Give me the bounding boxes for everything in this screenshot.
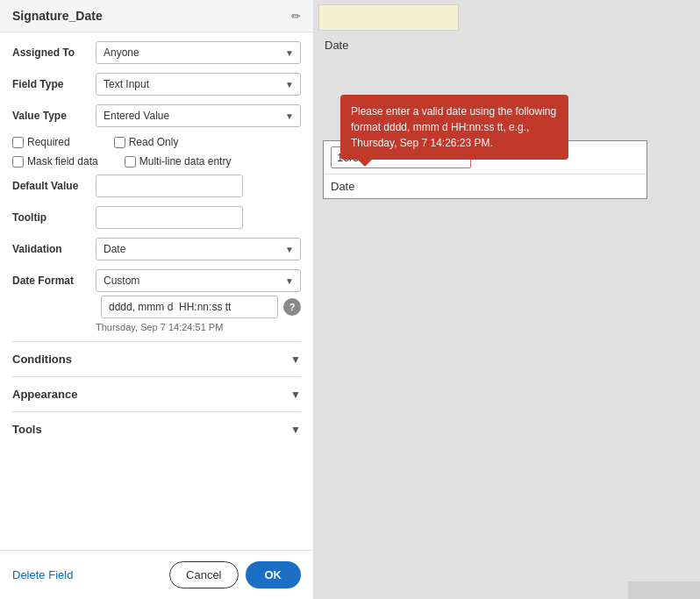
date-format-label: Date Format [12,275,96,287]
conditions-label: Conditions [12,353,72,366]
assigned-to-control: Anyone User1 User2 ▼ [96,41,301,64]
value-type-control: Entered Value Calculated Fixed ▼ [96,104,301,127]
mask-checkbox-group[interactable]: Mask field data [12,155,98,168]
appearance-label: Appearance [12,388,77,401]
assigned-to-select[interactable]: Anyone User1 User2 [96,41,301,64]
tooltip-label: Tooltip [12,211,96,224]
tooltip-row: Tooltip [12,206,301,229]
value-type-row: Value Type Entered Value Calculated Fixe… [12,104,301,127]
tools-chevron-icon: ▼ [290,424,301,436]
date-format-preview: Thursday, Sep 7 14:24:51 PM [12,322,301,332]
field-type-label: Field Type [12,78,96,90]
tooltip-input[interactable] [96,206,243,229]
multiline-checkbox-group[interactable]: Multi-line data entry [125,155,232,168]
date-input-label: Date [324,174,646,198]
panel-body: Assigned To Anyone User1 User2 ▼ Field T… [0,32,313,550]
checkboxes-row1: Required Read Only [12,136,301,148]
panel-header: Signature_Date ✏ [0,0,313,32]
value-type-label: Value Type [12,110,96,122]
field-type-select[interactable]: Text Input Date Signature [96,73,301,96]
right-area: Date Please enter a valid date using the… [314,0,700,599]
default-value-control [96,175,301,197]
multiline-checkbox[interactable] [125,156,136,168]
date-format-select-wrapper: Custom Short Date Long Date ISO ▼ [96,269,301,292]
edit-icon[interactable]: ✏ [291,10,301,23]
multiline-label: Multi-line data entry [139,155,232,168]
field-type-select-wrapper: Text Input Date Signature ▼ [96,73,301,96]
date-format-control: Custom Short Date Long Date ISO ▼ [96,269,301,292]
date-label-right: Date [325,39,348,52]
date-format-select[interactable]: Custom Short Date Long Date ISO [96,269,301,292]
value-type-select-wrapper: Entered Value Calculated Fixed ▼ [96,104,301,127]
validation-control: Date None Number Email ▼ [96,238,301,260]
required-checkbox-group[interactable]: Required [12,136,70,148]
checkboxes-row2: Mask field data Multi-line data entry [12,155,301,168]
read-only-checkbox[interactable] [114,137,125,148]
mask-label: Mask field data [27,155,98,168]
assigned-to-label: Assigned To [12,46,96,59]
cancel-button[interactable]: Cancel [169,561,238,588]
date-format-row: Date Format Custom Short Date Long Date … [12,269,301,292]
left-panel: Signature_Date ✏ Assigned To Anyone User… [0,0,314,599]
canvas-preview [318,4,459,31]
tooltip-control [96,206,301,229]
tools-label: Tools [12,423,42,436]
validation-select-wrapper: Date None Number Email ▼ [96,238,301,260]
field-type-row: Field Type Text Input Date Signature ▼ [12,73,301,96]
default-value-row: Default Value [12,175,301,197]
help-icon[interactable]: ? [283,298,301,316]
delete-field-link[interactable]: Delete Field [12,568,73,581]
date-format-input-field[interactable] [101,296,278,318]
assigned-to-row: Assigned To Anyone User1 User2 ▼ [12,41,301,64]
validation-row: Validation Date None Number Email ▼ [12,238,301,260]
panel-footer: Delete Field Cancel OK [0,550,313,599]
panel-title: Signature_Date [12,9,286,23]
read-only-checkbox-group[interactable]: Read Only [114,136,179,148]
required-label: Required [27,136,70,148]
validation-tooltip-popup: Please enter a valid date using the foll… [340,95,568,160]
read-only-label: Read Only [129,136,179,148]
appearance-section[interactable]: Appearance ▼ [12,376,301,411]
bottom-strip [628,581,700,599]
value-type-select[interactable]: Entered Value Calculated Fixed [96,104,301,127]
mask-checkbox[interactable] [12,156,24,168]
required-checkbox[interactable] [12,137,24,148]
default-value-input[interactable] [96,175,243,197]
default-value-label: Default Value [12,180,96,192]
validation-select[interactable]: Date None Number Email [96,238,301,260]
conditions-chevron-icon: ▼ [290,353,301,366]
appearance-chevron-icon: ▼ [290,389,301,401]
ok-button[interactable]: OK [246,561,302,588]
conditions-section[interactable]: Conditions ▼ [12,341,301,376]
assigned-to-select-wrapper: Anyone User1 User2 ▼ [96,41,301,64]
footer-buttons: Cancel OK [169,561,301,588]
field-type-control: Text Input Date Signature ▼ [96,73,301,96]
validation-label: Validation [12,243,96,255]
tools-section[interactable]: Tools ▼ [12,411,301,446]
tooltip-message-text: Please enter a valid date using the foll… [351,105,556,149]
date-format-input-row: ? [12,296,301,318]
